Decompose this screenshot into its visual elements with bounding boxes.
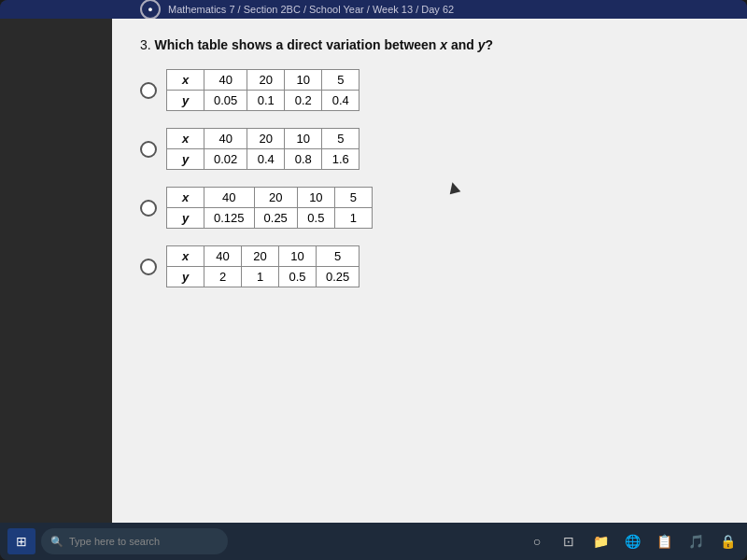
content-area: 3. Which table shows a direct variation … bbox=[112, 19, 747, 523]
option-d-y2: 1 bbox=[242, 267, 279, 287]
option-d-y3: 0.5 bbox=[279, 267, 317, 287]
option-a-x1: 40 bbox=[204, 70, 247, 91]
option-c-radio[interactable] bbox=[140, 200, 157, 217]
option-a-row: x 40 20 10 5 y 0.05 0.1 0.2 0.4 bbox=[140, 69, 719, 111]
option-a-y1: 0.05 bbox=[204, 91, 247, 111]
option-d-y4: 0.25 bbox=[317, 267, 359, 287]
cortana-icon[interactable]: ⊡ bbox=[557, 529, 581, 553]
option-d-x3: 10 bbox=[279, 246, 317, 267]
option-b-y4: 1.6 bbox=[322, 149, 359, 170]
option-b-table: x 40 20 10 5 y 0.02 0.4 0.8 1.6 bbox=[166, 128, 359, 170]
option-c-row: x 40 20 10 5 y 0.125 0.25 0.5 1 bbox=[140, 187, 719, 229]
option-b-y2: 0.4 bbox=[247, 149, 285, 170]
app-icon-1[interactable]: 📋 bbox=[652, 529, 676, 553]
taskbar-search-box[interactable]: 🔍 Type here to search bbox=[41, 528, 228, 554]
option-c-y4: 1 bbox=[334, 208, 372, 229]
option-d-x1: 40 bbox=[204, 246, 242, 267]
option-b-row: x 40 20 10 5 y 0.02 0.4 0.8 1.6 bbox=[140, 128, 719, 170]
x-variable: x bbox=[440, 37, 447, 52]
option-c-y1: 0.125 bbox=[204, 208, 255, 229]
option-b-y3: 0.8 bbox=[285, 149, 322, 170]
and-text: and bbox=[451, 37, 474, 52]
option-a-radio[interactable] bbox=[140, 82, 157, 99]
option-d-y1: 2 bbox=[204, 267, 242, 287]
option-a-table: x 40 20 10 5 y 0.05 0.1 0.2 0.4 bbox=[166, 69, 359, 111]
question-number: 3. bbox=[140, 37, 151, 52]
question-text: 3. Which table shows a direct variation … bbox=[140, 37, 719, 52]
option-b-y1: 0.02 bbox=[204, 149, 247, 170]
option-d-row: x 40 20 10 5 y 2 1 0.5 0.25 bbox=[140, 245, 719, 287]
option-d-x4: 5 bbox=[317, 246, 359, 267]
topbar: ● Mathematics 7 / Section 2BC / School Y… bbox=[0, 0, 747, 19]
option-c-y3: 0.5 bbox=[297, 208, 334, 229]
browser-icon[interactable]: 🌐 bbox=[620, 529, 644, 553]
start-button[interactable]: ⊞ bbox=[7, 528, 35, 554]
y-variable: y bbox=[478, 37, 486, 52]
windows-icon: ⊞ bbox=[16, 534, 27, 549]
option-c-y-label: y bbox=[167, 208, 204, 229]
option-a-x-label: x bbox=[167, 70, 204, 91]
option-d-table: x 40 20 10 5 y 2 1 0.5 0.25 bbox=[166, 245, 359, 287]
option-c-x-label: x bbox=[167, 188, 204, 208]
task-view-icon[interactable]: ○ bbox=[525, 529, 549, 553]
option-b-x1: 40 bbox=[204, 129, 247, 149]
option-d-x-label: x bbox=[167, 246, 204, 267]
option-a-x4: 5 bbox=[322, 70, 359, 91]
option-c-x4: 5 bbox=[334, 188, 372, 208]
left-sidebar bbox=[0, 19, 112, 523]
option-b-y-label: y bbox=[167, 149, 204, 170]
option-c-x2: 20 bbox=[254, 188, 297, 208]
search-icon: 🔍 bbox=[50, 536, 63, 548]
option-b-x-label: x bbox=[167, 129, 204, 149]
option-c-y2: 0.25 bbox=[254, 208, 297, 229]
option-d-x2: 20 bbox=[242, 246, 279, 267]
option-a-x3: 10 bbox=[285, 70, 322, 91]
file-explorer-icon[interactable]: 📁 bbox=[588, 529, 613, 553]
option-b-x3: 10 bbox=[285, 129, 322, 149]
option-a-y-label: y bbox=[167, 91, 204, 111]
question-body: Which table shows a direct variation bet… bbox=[155, 37, 437, 52]
option-d-radio[interactable] bbox=[140, 259, 157, 275]
option-b-radio[interactable] bbox=[140, 141, 157, 158]
taskbar: ⊞ 🔍 Type here to search ○ ⊡ 📁 🌐 📋 🎵 🔒 bbox=[0, 523, 747, 560]
option-b-x4: 5 bbox=[322, 129, 359, 149]
option-c-table: x 40 20 10 5 y 0.125 0.25 0.5 1 bbox=[166, 187, 373, 229]
option-a-y3: 0.2 bbox=[285, 91, 322, 111]
screen: ● Mathematics 7 / Section 2BC / School Y… bbox=[0, 0, 747, 560]
app-icon-3[interactable]: 🔒 bbox=[715, 529, 740, 553]
option-a-y2: 0.1 bbox=[247, 91, 285, 111]
breadcrumb: Mathematics 7 / Section 2BC / School Yea… bbox=[168, 4, 454, 15]
option-c-x1: 40 bbox=[204, 188, 255, 208]
logo-icon: ● bbox=[140, 0, 161, 20]
taskbar-system-icons: ○ ⊡ 📁 🌐 📋 🎵 🔒 bbox=[525, 529, 740, 553]
app-icon-2[interactable]: 🎵 bbox=[684, 529, 708, 553]
option-d-y-label: y bbox=[167, 267, 204, 287]
option-c-x3: 10 bbox=[297, 188, 334, 208]
question-suffix: ? bbox=[486, 37, 494, 52]
search-placeholder-text: Type here to search bbox=[69, 536, 160, 547]
option-a-x2: 20 bbox=[247, 70, 285, 91]
option-a-y4: 0.4 bbox=[322, 91, 359, 111]
option-b-x2: 20 bbox=[247, 129, 285, 149]
